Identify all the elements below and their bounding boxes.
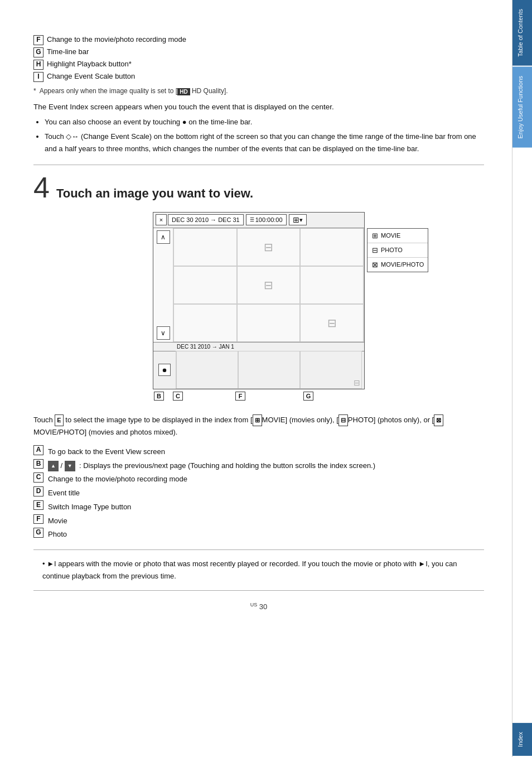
page-us: US [250,602,258,607]
bottom-labels-row: B C F G [153,389,365,401]
cam-x-btn[interactable]: × [156,214,167,225]
letter-i: I [33,72,43,82]
event-index-text: The Event Index screen appears when you … [33,101,484,113]
cam-date-range: DEC 30 2010 → DEC 31 [168,214,244,225]
movie-icon-inline: ⊞ [253,414,262,426]
cam-type-btn[interactable]: ⊞▾ [289,214,307,225]
label-text-i: Change Event Scale button [47,70,135,83]
item-letter-f2: F [33,514,43,524]
item-text-a: To go back to the Event View screen [48,445,165,459]
item-list: A To go back to the Event View screen B … [33,445,484,542]
letter-h: H [33,60,43,70]
item-letter-a: A [33,445,43,455]
mp-icon-inline: ⊠ [434,414,443,426]
item-text-b: ▲ / ▼ : Displays the previous/next page … [48,459,375,473]
item-letter-c: C [33,472,43,483]
main-content: F Change to the movie/photo recording mo… [0,0,512,757]
cam-cell-0 [173,228,237,266]
down-btn-icon: ▼ [65,461,75,471]
dropdown-photo[interactable]: ⊟ PHOTO [367,243,428,258]
cam-grid: ⊟ ⊟ ⊟ [173,228,364,342]
cam-left-controls: ∧ ∨ [153,228,173,342]
item-text-f2: Movie [48,514,67,528]
bullet-list: You can also choose an event by touching… [33,116,484,155]
dropdown-photo-label: PHOTO [381,247,403,253]
dropdown-moviephoto-label: MOVIE/PHOTO [381,261,424,268]
item-f: F Movie [33,514,484,528]
step-number: 4 [33,173,50,202]
label-item-g: G Time-line bar [33,46,484,58]
cam-bottom-row: ⏺ ⊟ [153,351,364,389]
cam-cell-8: ⊟ [300,304,364,342]
cam-cell-7 [237,304,301,342]
item-text-g2: Photo [48,528,67,542]
item-letter-d: D [33,486,43,496]
item-letter-e: E [33,500,43,510]
up-btn-icon: ▲ [48,461,59,471]
camera-ui-box: × DEC 30 2010 → DEC 31 ☰100:00:00 ⊞▾ [119,212,398,401]
cam-main: ∧ ∨ ⊟ ⊟ [153,228,364,342]
cam-dropdown: ⊞ MOVIE ⊟ PHOTO ⊠ MOVIE/PHOTO [367,228,428,272]
photo-icon-inline: ⊟ [338,414,348,426]
cam-topbar: × DEC 30 2010 → DEC 31 ☰100:00:00 ⊞▾ [153,213,364,228]
cam-cell-2 [300,228,364,266]
side-tab-index[interactable]: Index [512,723,532,756]
label-text-g: Time-line bar [47,46,89,58]
asterisk-note: * Appears only when the image quality is… [33,87,484,95]
cam-record-btn[interactable]: ⏺ [158,364,171,376]
item-a: A To go back to the Event View screen [33,445,484,459]
divider-bottom-2 [33,590,484,591]
side-tabs: Table of Contents Enjoy Useful Functions… [512,0,532,757]
bullet-item-1: Touch ◇↔ (Change Event Scale) on the bot… [45,131,484,155]
cam-up-btn[interactable]: ∧ [157,230,170,244]
hd-badge: HD [177,88,190,95]
item-d: D Event title [33,486,484,500]
label-item-h: H Highlight Playback button* [33,58,484,70]
cam-cell-6 [173,304,237,342]
item-text-c: Change to the movie/photo recording mode [48,472,187,486]
side-tab-toc[interactable]: Table of Contents [512,0,532,66]
page-number: US 30 [33,602,484,611]
item-g: G Photo [33,528,484,542]
cam-down-btn[interactable]: ∨ [157,326,170,340]
page-wrapper: F Change to the movie/photo recording mo… [0,0,532,757]
cam-cell-4: ⊟ [237,266,301,304]
top-label-list: F Change to the movie/photo recording mo… [33,33,484,83]
explanation-text: Touch E to select the image type to be d… [33,414,484,438]
cam-middle-datebar: DEC 31 2010 → JAN 1 [153,342,364,351]
diagram-outer: A D E × DEC 30 2010 → DEC 31 ☰100:00:0 [119,212,398,401]
cam-cell-1: ⊟ [237,228,301,266]
dropdown-movie[interactable]: ⊞ MOVIE [367,229,428,243]
e-label-inline: E [55,414,63,426]
page-num: 30 [259,602,267,611]
label-text-h: Highlight Playback button* [47,58,132,70]
item-letter-b: B [33,459,43,469]
cam-date2: DEC 31 2010 → JAN 1 [177,344,234,350]
cam-cell-3 [173,266,237,304]
label-item-i: I Change Event Scale button [33,70,484,83]
cam-time: ☰100:00:00 [246,214,287,225]
label-text-f: Change to the movie/photo recording mode [47,33,186,46]
item-letter-g2: G [33,528,43,538]
item-e: E Switch Image Type button [33,500,484,514]
divider-bottom-1 [33,549,484,550]
step-title: Touch an image you want to view. [56,186,253,201]
side-tab-enjoy[interactable]: Enjoy Useful Functions [512,67,532,148]
item-text-d: Event title [48,486,80,500]
item-b: B ▲ / ▼ : Displays the previous/next pag… [33,459,484,473]
dropdown-movie-label: MOVIE [381,232,400,239]
camera-ui: × DEC 30 2010 → DEC 31 ☰100:00:00 ⊞▾ [153,212,365,389]
divider-top [33,165,484,165]
cam-cell-5 [300,266,364,304]
step-heading: 4 Touch an image you want to view. [33,173,484,202]
bullet-item-0: You can also choose an event by touching… [45,116,484,128]
item-c: C Change to the movie/photo recording mo… [33,472,484,486]
letter-f: F [33,35,43,45]
dropdown-moviephoto[interactable]: ⊠ MOVIE/PHOTO [367,258,428,272]
letter-g: G [33,47,43,57]
label-item-f: F Change to the movie/photo recording mo… [33,33,484,46]
note-text: ►I appears with the movie or photo that … [33,558,484,582]
item-text-e: Switch Image Type button [48,500,131,514]
